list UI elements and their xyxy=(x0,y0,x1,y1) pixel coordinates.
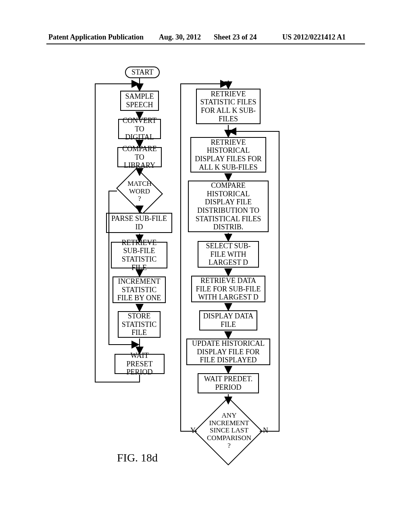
flowchart-canvas: START SAMPLE SPEECH CONVERT TO DIGITAL C… xyxy=(0,48,413,532)
label-select-largest-d: SELECT SUB-FILE WITH LARGEST D xyxy=(201,242,256,267)
label-display-data: DISPLAY DATA FILE xyxy=(202,312,254,328)
header-sheet: Sheet 23 of 24 xyxy=(214,33,257,42)
edge-n: N xyxy=(263,426,268,435)
label-compare-library: COMPARE TO LIBRARY xyxy=(121,145,159,170)
box-compare-library: COMPARE TO LIBRARY xyxy=(117,147,162,167)
label-sample-speech: SAMPLE SPEECH xyxy=(123,92,156,109)
start-label: START xyxy=(131,68,153,76)
header-pub: Patent Application Publication xyxy=(48,33,144,42)
box-parse-subfile: PARSE SUB-FILE ID xyxy=(106,213,172,233)
box-retrieve-stat: RETRIEVE SUB-FILE STATISTIC FILE xyxy=(111,242,167,268)
label-update-hist: UPDATE HISTORICAL DISPLAY FILE FOR FILE … xyxy=(190,339,267,364)
label-parse-subfile: PARSE SUB-FILE ID xyxy=(109,214,169,231)
box-convert-digital: CONVERT TO DIGITAL xyxy=(118,119,161,139)
box-increment-stat: INCREMENT STATISTIC FILE BY ONE xyxy=(113,276,166,303)
box-sample-speech: SAMPLE SPEECH xyxy=(120,91,159,111)
label-match-word: MATCHWORD? xyxy=(111,180,168,203)
box-store-stat: STORE STATISTIC FILE xyxy=(118,311,161,338)
edge-y: Y xyxy=(190,426,196,435)
box-wait-predet: WAIT PREDET. PERIOD xyxy=(198,373,259,393)
start-terminator: START xyxy=(125,66,160,78)
label-wait-predet: WAIT PREDET. PERIOD xyxy=(201,375,256,391)
label-retrieve-stat-k: RETRIEVE STATISTIC FILES FOR ALL K SUB-F… xyxy=(199,90,257,123)
label-retrieve-data-d: RETRIEVE DATA FILE FOR SUB-FILE WITH LAR… xyxy=(194,276,262,301)
label-store-stat: STORE STATISTIC FILE xyxy=(121,312,157,337)
box-retrieve-hist: RETRIEVE HISTORICAL DISPLAY FILES FOR AL… xyxy=(190,137,266,172)
header-rule xyxy=(46,44,365,44)
label-increment-stat: INCREMENT STATISTIC FILE BY ONE xyxy=(116,277,163,302)
label-any-increment: ANYINCREMENTSINCE LASTCOMPARISON? xyxy=(201,412,257,449)
box-retrieve-data-d: RETRIEVE DATA FILE FOR SUB-FILE WITH LAR… xyxy=(191,276,265,302)
header-pubno: US 2012/0221412 A1 xyxy=(282,33,346,42)
figure-label: FIG. 18d xyxy=(117,451,158,464)
label-retrieve-hist: RETRIEVE HISTORICAL DISPLAY FILES FOR AL… xyxy=(194,138,263,172)
label-convert-digital: CONVERT TO DIGITAL xyxy=(121,116,158,141)
box-display-data: DISPLAY DATA FILE xyxy=(199,310,257,330)
box-wait-preset: WAIT PRESET PERIOD xyxy=(115,354,165,374)
box-compare-dist: COMPARE HISTORICAL DISPLAY FILE DISTRIBU… xyxy=(188,181,269,232)
box-retrieve-stat-k: RETRIEVE STATISTIC FILES FOR ALL K SUB-F… xyxy=(196,89,261,124)
header-date: Aug. 30, 2012 xyxy=(159,33,201,42)
label-retrieve-stat: RETRIEVE SUB-FILE STATISTIC FILE xyxy=(114,239,164,272)
label-wait-preset: WAIT PRESET PERIOD xyxy=(118,351,161,376)
label-compare-dist: COMPARE HISTORICAL DISPLAY FILE DISTRIBU… xyxy=(191,181,265,231)
box-select-largest-d: SELECT SUB-FILE WITH LARGEST D xyxy=(198,241,259,268)
box-update-hist: UPDATE HISTORICAL DISPLAY FILE FOR FILE … xyxy=(186,339,270,365)
